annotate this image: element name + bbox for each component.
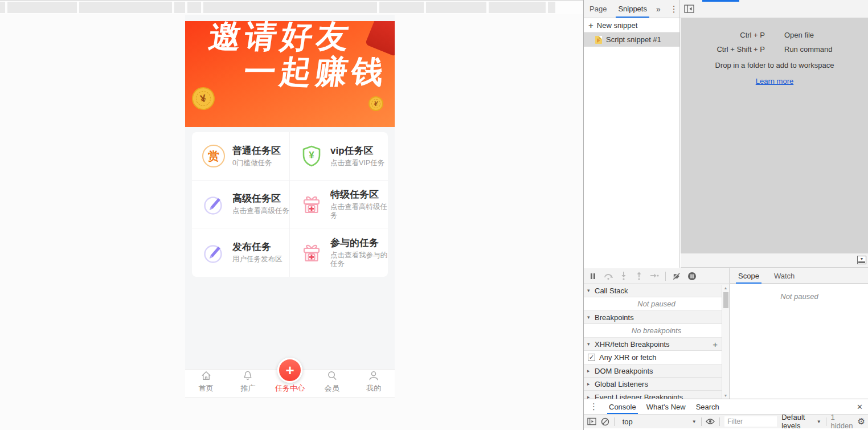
- menu-item-normal-tasks[interactable]: 赏 普通任务区 0门槛做任务: [192, 132, 290, 180]
- step-into-icon[interactable]: [619, 272, 628, 281]
- tab-console[interactable]: Console: [604, 399, 641, 414]
- learn-more-link[interactable]: Learn more: [756, 77, 793, 85]
- debugger-scrollbar[interactable]: ▲ ▼: [722, 285, 729, 399]
- menu-item-special-tasks[interactable]: 特级任务区 点击查看高特级任务: [290, 180, 388, 228]
- gift-icon: [300, 241, 323, 264]
- checkbox-checked-icon[interactable]: ✓: [588, 354, 595, 361]
- pause-script-icon[interactable]: [588, 272, 597, 281]
- editor-tab-active-indicator[interactable]: [702, 0, 739, 2]
- clear-console-icon[interactable]: [601, 417, 609, 426]
- xhr-any-row[interactable]: ✓ Any XHR or fetch: [584, 351, 729, 365]
- browser-page-area: 邀请好友 一起赚钱 ¥ ¥ 赏 普通任务区 0门槛做任务 ¥: [0, 0, 583, 430]
- section-global-listeners[interactable]: ▸ Global Listeners: [584, 378, 729, 391]
- toolbar-divider: [665, 272, 666, 281]
- section-event-listener-breakpoints[interactable]: ▸ Event Listener Breakpoints: [584, 391, 729, 399]
- plus-icon: +: [588, 21, 593, 30]
- menu-item-joined-tasks[interactable]: 参与的任务 点击查看我参与的任务: [290, 228, 388, 277]
- step-icon[interactable]: [650, 272, 659, 281]
- browser-tab-placeholder[interactable]: [7, 2, 77, 13]
- tab-snippets[interactable]: Snippets: [612, 0, 653, 18]
- expand-drawer-icon[interactable]: ▼: [857, 256, 866, 264]
- section-breakpoints[interactable]: ▾ Breakpoints: [584, 311, 729, 324]
- browser-tab-placeholder[interactable]: [0, 2, 5, 13]
- menu-item-publish-task[interactable]: 发布任务 用户任务发布区: [192, 228, 290, 277]
- tab-page[interactable]: Page: [584, 0, 612, 18]
- chevron-down-icon: ▼: [817, 419, 821, 424]
- menu-item-advanced-tasks[interactable]: 高级任务区 点击查看高级任务: [192, 180, 290, 228]
- mobile-page: 邀请好友 一起赚钱 ¥ ¥ 赏 普通任务区 0门槛做任务 ¥: [185, 15, 395, 398]
- console-filter-bar: top ▼ Default levels ▼ 1 hidden ⚙: [584, 414, 868, 428]
- pause-on-exceptions-icon[interactable]: [687, 272, 697, 281]
- debugger-toolbar: [584, 268, 729, 284]
- tab-whats-new[interactable]: What's New: [641, 399, 691, 414]
- sources-top-bar: Page Snippets » ⋮: [584, 0, 868, 18]
- section-dom-breakpoints[interactable]: ▸ DOM Breakpoints: [584, 365, 729, 378]
- tab-watch[interactable]: Watch: [774, 268, 795, 284]
- hide-navigator-icon[interactable]: [684, 5, 694, 13]
- navigator-tabs: Page Snippets » ⋮: [584, 0, 680, 18]
- workspace-drop-hint: Drop in a folder to add to workspace: [681, 61, 868, 69]
- tab-promote[interactable]: 推广: [227, 370, 269, 397]
- deactivate-breakpoints-icon[interactable]: [672, 272, 681, 281]
- browser-tab-placeholder[interactable]: [79, 2, 172, 13]
- menu-subtitle: 0门槛做任务: [232, 159, 281, 167]
- tab-search[interactable]: Search: [691, 399, 724, 414]
- console-filter-input[interactable]: [724, 416, 777, 427]
- editor-placeholder: Ctrl + P Open file Ctrl + Shift + P Run …: [681, 18, 868, 253]
- tab-mine[interactable]: 我的: [353, 370, 395, 397]
- tab-member[interactable]: 会员: [311, 370, 353, 397]
- log-levels-selector[interactable]: Default levels ▼: [781, 413, 821, 430]
- editor-status-bar: ▼: [681, 253, 868, 268]
- menu-title: vip任务区: [330, 145, 384, 157]
- eye-icon[interactable]: [706, 417, 715, 426]
- shortcut-keys: Ctrl + Shift + P: [716, 45, 765, 54]
- caret-right-icon: ▸: [587, 368, 595, 374]
- menu-title: 普通任务区: [232, 145, 281, 157]
- menu-item-vip-tasks[interactable]: ¥ vip任务区 点击查看VIP任务: [290, 132, 388, 180]
- breakpoints-empty-text: No breakpoints: [584, 324, 729, 338]
- pencil-icon: [202, 193, 225, 216]
- browser-tab-placeholder[interactable]: [426, 2, 486, 13]
- menu-title: 高级任务区: [232, 193, 289, 204]
- tab-home[interactable]: 首页: [185, 370, 227, 397]
- console-sidebar-icon[interactable]: [587, 417, 596, 426]
- plus-fab-icon[interactable]: +: [277, 358, 302, 383]
- step-over-icon[interactable]: [604, 272, 613, 281]
- tab-label: 推广: [240, 383, 255, 394]
- caret-down-icon: ▾: [587, 314, 595, 320]
- shortcut-action: Run command: [784, 45, 833, 54]
- browser-tab-placeholder[interactable]: [379, 2, 424, 13]
- add-xhr-breakpoint-icon[interactable]: +: [713, 339, 718, 349]
- step-out-icon[interactable]: [634, 272, 644, 281]
- browser-tab-placeholder[interactable]: [187, 2, 201, 13]
- banner-title-line2: 一起赚钱: [241, 51, 391, 94]
- more-tabs-icon[interactable]: »: [653, 5, 664, 14]
- context-selector[interactable]: top ▼: [619, 417, 697, 426]
- browser-tab-placeholder[interactable]: [489, 2, 546, 13]
- drawer-menu-icon[interactable]: ⋮: [584, 402, 604, 412]
- snippet-list-item[interactable]: Script snippet #1: [584, 32, 679, 47]
- overflow-menu-icon[interactable]: ⋮: [665, 4, 683, 14]
- menu-title: 参与的任务: [330, 237, 387, 249]
- new-snippet-button[interactable]: + New snippet: [584, 18, 679, 32]
- reward-badge-icon: 赏: [202, 145, 225, 167]
- invite-banner[interactable]: 邀请好友 一起赚钱 ¥ ¥: [185, 21, 395, 127]
- scope-watch-tabs: Scope Watch: [730, 268, 868, 284]
- section-xhr-breakpoints[interactable]: ▾ XHR/fetch Breakpoints +: [584, 338, 729, 351]
- scrollbar-thumb[interactable]: [723, 292, 728, 308]
- caret-down-icon: ▾: [587, 288, 595, 293]
- browser-tab-placeholder[interactable]: [174, 2, 185, 13]
- tab-scope[interactable]: Scope: [738, 268, 759, 284]
- section-call-stack[interactable]: ▾ Call Stack: [584, 284, 729, 297]
- browser-tab-placeholder[interactable]: [203, 2, 377, 13]
- browser-tab-placeholder[interactable]: [548, 2, 555, 13]
- menu-subtitle: 点击查看我参与的任务: [330, 251, 387, 268]
- console-settings-gear-icon[interactable]: ⚙: [858, 416, 865, 427]
- close-drawer-icon[interactable]: ✕: [851, 403, 868, 411]
- scroll-down-icon[interactable]: ▼: [722, 394, 729, 398]
- filter-bar-divider: [614, 417, 615, 426]
- pencil-icon: [202, 241, 225, 264]
- tab-task-center[interactable]: + 任务中心: [269, 370, 311, 397]
- tab-label: 任务中心: [275, 383, 305, 394]
- scroll-up-icon[interactable]: ▲: [722, 286, 729, 290]
